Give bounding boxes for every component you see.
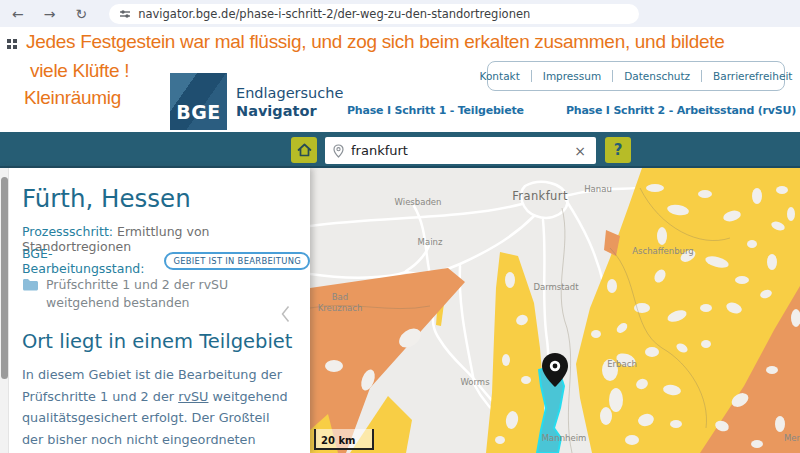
address-bar[interactable]: navigator.bge.de/phase-i-schritt-2/der-w… bbox=[109, 4, 639, 24]
nav-phase1-schritt1[interactable]: Phase I Schritt 1 - Teilgebiete bbox=[347, 104, 524, 117]
link-impressum[interactable]: Impressum bbox=[531, 70, 612, 82]
logo-line-2: Navigator bbox=[236, 102, 343, 120]
link-datenschutz[interactable]: Datenschutz bbox=[612, 70, 701, 82]
city-label: Bad bbox=[332, 292, 348, 302]
site-info-icon[interactable] bbox=[119, 8, 131, 20]
status-row: BGE-Bearbeitungsstand: GEBIET IST IN BEA… bbox=[22, 246, 310, 276]
chevron-left-icon bbox=[281, 305, 290, 323]
reload-icon[interactable]: ↻ bbox=[75, 7, 87, 21]
check-note-text: Prüfschritte 1 und 2 der rvSU weitgehend… bbox=[46, 276, 274, 312]
city-label: Kreuznach bbox=[318, 303, 363, 313]
home-button[interactable] bbox=[291, 137, 317, 163]
forward-icon[interactable]: → bbox=[44, 7, 56, 21]
info-panel: Fürth, Hessen Prozessschritt: Ermittlung… bbox=[0, 168, 310, 453]
check-note-row: Prüfschritte 1 und 2 der rvSU weitgehend… bbox=[22, 276, 274, 312]
city-label: Hanau bbox=[584, 184, 612, 194]
city-label: Worms bbox=[460, 377, 490, 387]
annotation-line-1: Jedes Festgestein war mal flüssig, und z… bbox=[26, 31, 725, 53]
panel-scrollbar[interactable] bbox=[0, 168, 9, 453]
annotation-line-3: Kleinräumig bbox=[24, 87, 121, 109]
place-title: Fürth, Hessen bbox=[22, 184, 191, 213]
city-label: Mannheim bbox=[542, 433, 587, 443]
logo-line-1: Endlagersuche bbox=[236, 85, 343, 101]
map-toolbar: × ? bbox=[0, 132, 800, 168]
annotation-grid-icon[interactable] bbox=[7, 39, 17, 49]
app-window: ← → ↻ navigator.bge.de/phase-i-schritt-2… bbox=[0, 0, 800, 453]
browser-toolbar: ← → ↻ navigator.bge.de/phase-i-schritt-2… bbox=[0, 0, 800, 27]
status-badge: GEBIET IST IN BEARBEITUNG bbox=[164, 252, 310, 270]
location-pin-input-icon bbox=[333, 144, 344, 158]
bge-logo-text: Endlagersuche Navigator bbox=[236, 73, 343, 130]
url-text[interactable]: navigator.bge.de/phase-i-schritt-2/der-w… bbox=[138, 7, 530, 21]
folder-icon bbox=[22, 278, 38, 291]
annotation-line-2: viele Klüfte ! bbox=[30, 60, 129, 82]
status-label: BGE-Bearbeitungsstand: bbox=[22, 246, 159, 276]
map-scale-bar: 20 km bbox=[315, 429, 373, 449]
description-paragraph: In diesem Gebiet ist die Bearbeitung der… bbox=[22, 364, 290, 453]
city-label-major: Frankfurt bbox=[512, 189, 568, 203]
city-label: Darmstadt bbox=[533, 282, 579, 292]
rvsu-link[interactable]: rvSU bbox=[178, 389, 208, 404]
city-label: Mainz bbox=[418, 237, 443, 247]
search-box: × bbox=[325, 137, 596, 164]
process-step-label: Prozessschritt: bbox=[22, 224, 113, 239]
section-title: Ort liegt in einem Teilgebiet bbox=[22, 330, 292, 353]
bge-logo[interactable]: BGE Endlagersuche Navigator bbox=[170, 73, 343, 130]
bge-logo-mark: BGE bbox=[170, 73, 227, 130]
help-button[interactable]: ? bbox=[605, 137, 631, 163]
map-canvas[interactable]: Wiesbaden Frankfurt Hanau Mainz Aschaffe… bbox=[310, 168, 800, 453]
meta-links-box: Kontakt Impressum Datenschutz Barrierefr… bbox=[487, 61, 785, 91]
city-label: Aschaffenburg bbox=[632, 246, 694, 256]
link-barrierefreiheit[interactable]: Barrierefreiheit bbox=[701, 70, 800, 82]
panel-scrollbar-thumb[interactable] bbox=[1, 177, 8, 379]
link-kontakt[interactable]: Kontakt bbox=[469, 70, 531, 82]
home-icon bbox=[296, 142, 313, 158]
clear-search-icon[interactable]: × bbox=[572, 143, 588, 159]
search-input[interactable] bbox=[344, 143, 572, 158]
back-icon[interactable]: ← bbox=[12, 7, 24, 21]
city-label-clipped: Mer bbox=[784, 433, 800, 443]
city-label: Erbach bbox=[607, 359, 637, 369]
nav-phase1-schritt2[interactable]: Phase I Schritt 2 - Arbeitsstand (rvSU) bbox=[566, 104, 796, 117]
collapse-panel-button[interactable] bbox=[281, 305, 290, 327]
city-label: Wiesbaden bbox=[395, 197, 442, 207]
main-nav: Phase I Schritt 1 - Teilgebiete Phase I … bbox=[347, 104, 796, 117]
scale-label: 20 km bbox=[321, 435, 355, 446]
